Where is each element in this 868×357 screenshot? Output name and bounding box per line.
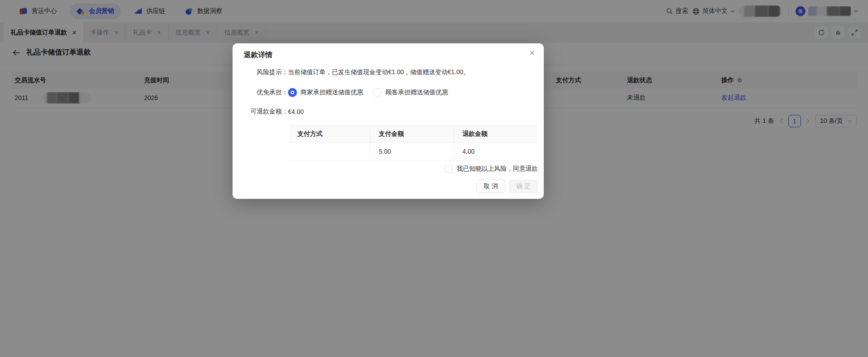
risk-label: 风险提示： [233,68,288,76]
payment-method-cell [289,143,371,160]
radio-label: 顾客承担赠送储值优惠 [385,88,448,97]
agree-checkbox[interactable] [445,165,453,173]
radio-label: 商家承担赠送储值优惠 [301,88,363,97]
burden-radio-group: 商家承担赠送储值优惠 顾客承担赠送储值优惠 [288,88,448,97]
table-row: 5.00 4.00 [289,143,538,160]
agree-label: 我已知晓以上风险，同意退款 [457,165,538,173]
radio-customer-bears[interactable]: 顾客承担赠送储值优惠 [373,88,448,97]
col-refund-amount: 退款金额 [454,126,538,143]
refund-breakdown-table: 支付方式 支付金额 退款金额 5.00 4.00 [289,125,538,160]
refund-amount-cell: 4.00 [454,143,538,160]
modal-title: 退款详情 [244,50,272,60]
refundable-amount-label: 可退款金额： [233,108,288,116]
burden-label: 优免承担： [233,88,288,97]
confirm-button[interactable]: 确 定 [509,180,538,193]
risk-row: 风险提示： 当前储值订单，已发生储值现金变动€1.00，储值赠送变动€1.00。 [233,68,538,76]
payment-amount-cell: 5.00 [371,143,454,160]
refundable-amount-row: 可退款金额： €4.00 [233,108,538,116]
radio-unselected-icon [373,88,382,97]
table-header-row: 支付方式 支付金额 退款金额 [289,126,538,143]
radio-merchant-bears[interactable]: 商家承担赠送储值优惠 [288,88,363,97]
modal-close-button[interactable]: × [529,48,535,57]
modal-actions: 取 消 确 定 [476,180,538,193]
refund-detail-modal: 退款详情 × 风险提示： 当前储值订单，已发生储值现金变动€1.00，储值赠送变… [233,43,544,199]
cancel-button[interactable]: 取 消 [476,180,505,193]
agree-risk-row: 我已知晓以上风险，同意退款 [445,165,538,173]
risk-text: 当前储值订单，已发生储值现金变动€1.00，储值赠送变动€1.00。 [288,68,470,76]
radio-selected-icon [288,88,297,97]
burden-row: 优免承担： 商家承担赠送储值优惠 顾客承担赠送储值优惠 [233,88,538,97]
col-payment-method: 支付方式 [289,126,371,143]
col-payment-amount: 支付金额 [371,126,454,143]
refundable-amount-value: €4.00 [288,108,304,115]
